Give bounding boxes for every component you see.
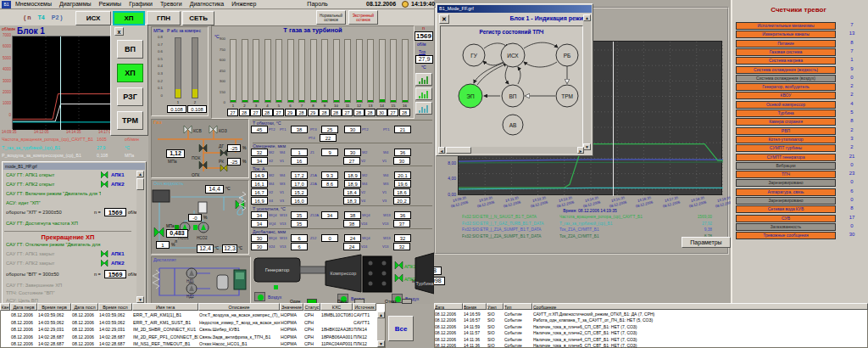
scroll-left-icon[interactable]: ◄ — [438, 147, 445, 154]
trend-icon-button-0[interactable] — [415, 73, 432, 86]
dropdown-item-ТРМ[interactable]: ТРМ — [117, 111, 143, 130]
column-header[interactable]: Время — [463, 303, 487, 310]
time-label: 14:19:40 — [411, 1, 435, 7]
turbine-bar-label: 13 — [364, 104, 376, 108]
scroll-down-icon[interactable]: ▼ — [583, 143, 591, 150]
mode-button-ИСХ[interactable]: ИСХ — [75, 11, 111, 25]
alarm-button-3[interactable]: Газовая система — [736, 48, 836, 56]
alarm-button-4[interactable]: Система нагрева — [736, 57, 836, 65]
table-row-cell: Отказ:Насос_НСО1_Б1 — [198, 340, 280, 347]
alarm-button-1[interactable]: Измерительные каналы — [736, 31, 836, 38]
state-node-ГУ[interactable]: ГУ — [463, 44, 485, 66]
alarm-button-17[interactable]: ТПЧ — [736, 171, 836, 178]
turbine-bar-label: 12 — [353, 104, 365, 108]
column-header[interactable]: Сообщение — [532, 303, 868, 310]
alarm-button-18[interactable]: Зарезервировано — [736, 179, 836, 187]
column-header[interactable]: Дата перв — [10, 303, 37, 311]
alarm-button-24[interactable]: Тревожные сообщения — [736, 232, 836, 239]
column-header[interactable]: Источник — [353, 303, 376, 311]
dropdown-item-РЗГ[interactable]: РЗГ — [117, 87, 143, 106]
sensor-tag: Z12 — [310, 236, 321, 240]
dropdown-item-ВП[interactable]: ВП — [117, 40, 143, 59]
alarm-button-10[interactable]: Турбина — [736, 109, 836, 117]
column-header[interactable]: Кан — [0, 303, 10, 311]
alarm-button-23[interactable]: Загазованность — [736, 223, 836, 231]
menu-item-2[interactable]: Режимы — [99, 1, 122, 7]
alarm-button-7[interactable]: Генератор, возбудитель — [736, 83, 836, 91]
column-header[interactable]: Время перв — [37, 303, 71, 311]
dropdown-close-button[interactable]: x — [114, 27, 124, 36]
alarm-button-5[interactable]: Система охлаждения (жидкость) — [736, 66, 836, 74]
alarm-button-16[interactable]: Вибрации — [736, 162, 836, 170]
alarm-button-11[interactable]: Камера сгорания — [736, 118, 836, 126]
show-all-button[interactable]: Все — [388, 316, 414, 341]
menu-item-6[interactable]: Инженер — [231, 1, 256, 7]
state-node-РБ[interactable]: РБ — [556, 44, 578, 66]
alarm-button-19[interactable]: Аппаратура, связь — [736, 188, 836, 196]
state-node-ВП[interactable]: ВП — [502, 85, 524, 107]
turbine-bar-track — [367, 39, 374, 103]
state-node-ИСХ[interactable]: ИСХ — [501, 43, 525, 67]
dialog-hscroll[interactable]: ◄ ► — [438, 147, 584, 154]
scroll-up-icon[interactable]: ▲ — [377, 312, 385, 318]
column-header[interactable]: Статус — [303, 303, 320, 311]
state-node-ЭП[interactable]: ЭП — [459, 84, 482, 108]
trend-icon-button-1[interactable] — [415, 87, 432, 100]
column-header[interactable]: Значение — [280, 303, 303, 311]
alarm-button-14[interactable]: СУМПТ турбины — [736, 144, 836, 152]
menu-item-5[interactable]: Диагностика — [190, 1, 225, 7]
stop-button-0[interactable]: Нормальный останов — [316, 10, 346, 25]
mode-button-СЕТЬ[interactable]: СЕТЬ — [182, 11, 214, 25]
alarm-button-2[interactable]: Питание — [736, 40, 836, 48]
mode-button-ГПН[interactable]: ГПН — [147, 11, 181, 25]
alarm-button-21[interactable]: Сетевая вода КУВ — [736, 205, 836, 213]
scroll-thumb[interactable] — [446, 147, 471, 154]
state-dialog-titlebar[interactable]: B1_Mode_FF.grf — [437, 5, 592, 13]
column-header[interactable]: Имя тега — [132, 303, 198, 311]
mode-button-ХП[interactable]: ХП — [113, 11, 145, 25]
alarm-button-22[interactable]: СУВ — [736, 215, 836, 222]
alarm-button-8[interactable]: КВОУ — [736, 92, 836, 99]
trend-icon-button-2[interactable] — [415, 102, 432, 115]
column-header[interactable]: Описание — [198, 303, 280, 311]
dialog-vscroll[interactable]: ▲ ▼ — [583, 14, 591, 150]
alarm-button-15[interactable]: СУМПТ генератора — [736, 154, 836, 161]
hp-scrollbar[interactable]: ▲ ▼ — [136, 171, 144, 303]
scroll-down-icon[interactable]: ▼ — [377, 340, 385, 347]
stop-button-1[interactable]: Экстренный останов — [348, 10, 378, 25]
menu-item-7[interactable]: Пароль — [307, 1, 327, 7]
column-header[interactable]: КХС — [320, 303, 353, 311]
table-row-cell: 14:03:59,062 — [98, 312, 132, 318]
scroll-thumb[interactable] — [136, 178, 144, 190]
dropdown-item-ХП[interactable]: ХП — [117, 64, 143, 82]
menu-item-4[interactable]: Тревоги — [160, 1, 182, 7]
sensor-value: 30 — [344, 126, 361, 133]
hp-window-titlebar[interactable]: mode_B1_HP.grf — [3, 163, 145, 170]
alarm-button-20[interactable]: Зарезервировано — [736, 197, 836, 205]
column-header[interactable]: Дата посл — [71, 303, 98, 311]
alarm-button-13[interactable]: Котел-утилизатор — [736, 136, 836, 143]
alarm-button-9[interactable]: Осевой компрессор — [736, 101, 836, 109]
alarm-button-0[interactable]: Исполнительные механизмы — [736, 22, 836, 30]
scroll-down-icon[interactable]: ▼ — [136, 296, 144, 303]
valve-icon — [101, 181, 109, 188]
column-header[interactable]: Дата — [434, 303, 463, 310]
table-left-scrollbar[interactable]: ▲▼ — [377, 312, 385, 347]
state-node-АВ[interactable]: АВ — [503, 115, 523, 135]
alarm-button-12[interactable]: РВП — [736, 127, 836, 135]
column-header[interactable]: Тип — [504, 303, 532, 310]
params-button[interactable]: Параметры — [682, 237, 731, 248]
scroll-right-icon[interactable]: ► — [577, 147, 584, 154]
scroll-up-icon[interactable]: ▲ — [583, 14, 591, 21]
menu-item-3[interactable]: Графики — [129, 1, 153, 7]
column-header[interactable]: Время посл — [98, 303, 132, 311]
app-icon[interactable]: Б1 — [2, 1, 11, 8]
column-header[interactable]: Узел — [487, 303, 504, 310]
menu-item-1[interactable]: Диаграммы — [59, 1, 92, 7]
scroll-up-icon[interactable]: ▲ — [136, 171, 144, 177]
menu-item-0[interactable]: Мнемосхемы — [15, 1, 52, 7]
left-legend-name: Частота_вращения_ротора_(ср)_САУГТ_Б1 — [2, 137, 97, 142]
alarm-button-6[interactable]: Система охлаждения (воздух) — [736, 75, 836, 82]
dialog-close-button[interactable]: ✕ — [439, 14, 449, 24]
state-node-ТРМ[interactable]: ТРМ — [556, 85, 578, 107]
